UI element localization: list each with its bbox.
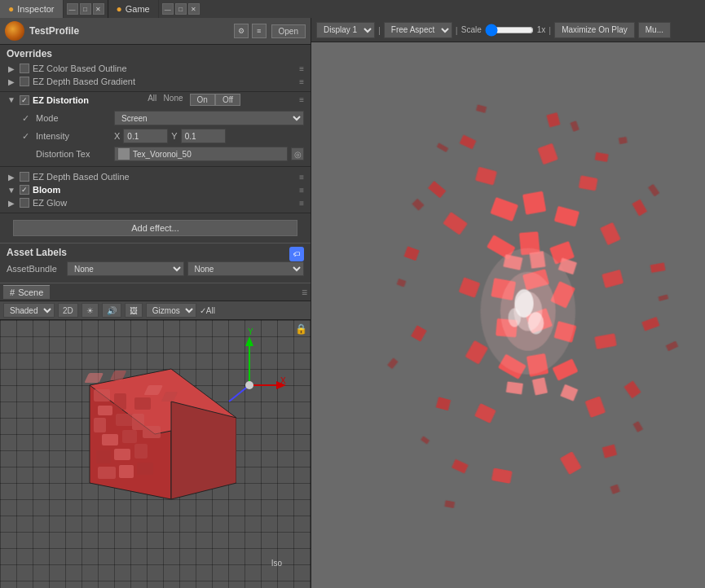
distortion-dots[interactable]: ≡ [299, 95, 304, 104]
inspector-maximize-btn[interactable]: □ [80, 3, 91, 15]
svg-rect-70 [560, 451, 582, 475]
aspect-select[interactable]: Free Aspect [384, 22, 452, 38]
y-label: Y [171, 131, 177, 141]
more-options-btn[interactable]: ≡ [252, 24, 267, 38]
tab-game[interactable]: ● Game [108, 0, 159, 18]
scene-dots[interactable]: ≡ [302, 287, 307, 298]
svg-rect-33 [437, 143, 449, 152]
light-btn[interactable]: ☀ [82, 303, 99, 318]
arrow-distortion[interactable]: ▼ [7, 95, 16, 105]
intensity-y-input[interactable] [181, 129, 226, 143]
svg-rect-52 [411, 325, 427, 341]
top-tabs-bar: ● Inspector — □ ✕ ● Game — □ ✕ [0, 0, 705, 18]
shaded-select[interactable]: Shaded [3, 303, 55, 318]
mode-select[interactable]: Screen [114, 111, 304, 125]
svg-rect-49 [632, 199, 647, 216]
maximize-on-play-btn[interactable]: Maximize On Play [554, 22, 635, 38]
svg-rect-9 [132, 414, 144, 430]
gizmos-select[interactable]: Gizmos [146, 303, 196, 318]
close-icon: ✕ [95, 6, 101, 13]
effect-row-depth-gradient: ▶ EZ Depth Based Gradient ≡ [7, 75, 304, 88]
svg-rect-54 [436, 397, 452, 410]
display-select[interactable]: Display 1 [316, 22, 375, 38]
svg-rect-13 [96, 450, 111, 463]
settings-icon-btn[interactable]: ⚙ [234, 24, 249, 38]
hashtag-icon: # [10, 287, 15, 297]
tab-inspector[interactable]: ● Inspector [0, 0, 64, 18]
arrow-color-outline[interactable]: ▶ [7, 64, 16, 73]
scale-divider: | [549, 25, 551, 35]
overrides-section: Overrides ▶ EZ Color Based Outline ≡ ▶ E… [0, 45, 311, 92]
toggle-on-btn[interactable]: On [190, 94, 215, 106]
svg-rect-63 [459, 277, 481, 298]
display-divider: | [378, 25, 381, 35]
dots-depth-gradient[interactable]: ≡ [299, 77, 304, 86]
checkbox-depth-gradient[interactable] [20, 77, 29, 86]
svg-rect-36 [648, 184, 659, 197]
game-maximize-btn[interactable]: □ [175, 3, 187, 15]
arrow-glow[interactable]: ▶ [7, 198, 16, 208]
tex-check [20, 148, 31, 160]
game-close-btn[interactable]: ✕ [188, 3, 200, 15]
dots-color-outline[interactable]: ≡ [299, 64, 304, 73]
game-tab-icon: ● [117, 3, 122, 15]
image-btn[interactable]: 🖼 [125, 303, 143, 318]
open-button[interactable]: Open [271, 24, 306, 38]
arrow-depth-outline[interactable]: ▶ [7, 172, 16, 182]
tex-pick-btn[interactable]: ◎ [291, 147, 304, 160]
effect-row-glow: ▶ EZ Glow ≡ [7, 196, 304, 209]
game-minimize-icon: — [165, 6, 171, 13]
scene-tab[interactable]: # Scene [3, 285, 50, 299]
all-label: All None [148, 94, 189, 106]
scale-value: 1x [537, 25, 546, 34]
effect-name-color-outline: EZ Color Based Outline [33, 64, 296, 73]
inspector-close-btn[interactable]: ✕ [93, 3, 104, 15]
bundle-select-1[interactable]: None [67, 261, 184, 276]
inspector-window-controls: — □ ✕ [64, 0, 108, 18]
svg-rect-8 [134, 397, 151, 410]
svg-rect-67 [474, 403, 496, 423]
svg-rect-35 [412, 199, 424, 211]
effect-row-depth-outline: ▶ EZ Depth Based Outline ≡ [7, 170, 304, 183]
asset-label-icon[interactable]: 🏷 [289, 247, 304, 261]
dots-bloom[interactable]: ≡ [299, 186, 304, 195]
game-viewport [311, 42, 705, 588]
inspector-minimize-btn[interactable]: — [67, 3, 78, 15]
svg-rect-50 [403, 246, 419, 261]
intensity-check[interactable]: ✓ [20, 130, 31, 142]
checkbox-depth-outline[interactable] [20, 172, 29, 182]
effect-row-bloom: ▼ ✓ Bloom ≡ [7, 183, 304, 196]
arrow-depth-gradient[interactable]: ▶ [7, 77, 16, 86]
svg-rect-44 [610, 484, 619, 494]
checkbox-bloom[interactable]: ✓ [20, 185, 29, 195]
minimize-icon: — [69, 6, 76, 13]
dots-glow[interactable]: ≡ [299, 199, 304, 208]
checkbox-distortion[interactable]: ✓ [20, 95, 29, 105]
add-effect-button[interactable]: Add effect... [13, 220, 297, 236]
scale-slider[interactable] [485, 24, 534, 37]
checkbox-color-outline[interactable] [20, 64, 29, 73]
checkbox-glow[interactable] [20, 198, 29, 208]
mode-check[interactable]: ✓ [20, 112, 31, 124]
header-icons: ⚙ ≡ [234, 24, 267, 38]
intensity-x-input[interactable] [123, 129, 168, 143]
iso-label: Iso [271, 559, 282, 568]
scene-panel: # Scene ≡ Shaded 2D ☀ 🔊 🖼 [0, 283, 311, 588]
svg-rect-51 [650, 262, 666, 273]
inspector-tab-icon: ● [8, 3, 14, 15]
toggle-off-btn[interactable]: Off [215, 94, 240, 106]
intensity-value: X Y [114, 129, 304, 143]
svg-rect-62 [600, 222, 621, 246]
2d-button[interactable]: 2D [58, 303, 78, 318]
bundle-select-2[interactable]: None [187, 261, 305, 276]
arrow-bloom[interactable]: ▼ [7, 185, 16, 195]
svg-rect-68 [585, 396, 606, 418]
mute-btn[interactable]: Mu... [638, 22, 671, 38]
svg-text:Y: Y [248, 328, 253, 336]
speaker-icon: 🔊 [107, 306, 117, 315]
dots-depth-outline[interactable]: ≡ [299, 173, 304, 182]
prop-row-distortion-tex: Distortion Tex Tex_Voronoi_50 ◎ [20, 145, 304, 163]
audio-btn[interactable]: 🔊 [102, 303, 121, 318]
game-minimize-btn[interactable]: — [162, 3, 174, 15]
svg-rect-55 [623, 380, 641, 398]
